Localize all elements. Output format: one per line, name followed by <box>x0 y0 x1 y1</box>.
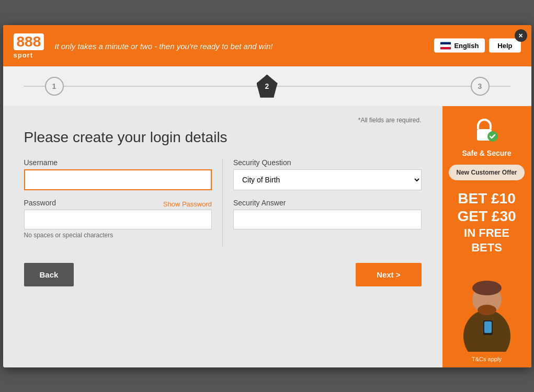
header-tagline: It only takes a minute or two - then you… <box>54 42 272 51</box>
logo-888: 888 <box>14 33 44 50</box>
steps-container: 1 2 3 <box>24 75 510 98</box>
tc-text: T&Cs apply <box>472 356 502 362</box>
svg-point-4 <box>472 281 502 295</box>
username-label: Username <box>24 158 212 167</box>
show-password-link[interactable]: Show Password <box>163 200 212 208</box>
safe-secure-icon <box>473 118 500 145</box>
person-illustration <box>453 258 521 352</box>
step-1: 1 <box>45 77 64 96</box>
form-columns: Username Password Show Password No space… <box>24 158 422 247</box>
security-answer-label: Security Answer <box>233 199 422 207</box>
required-note: *All fields are required. <box>24 117 422 124</box>
header-right: English Help <box>434 39 520 53</box>
modal: × 888 sport It only takes a minute or tw… <box>3 25 531 367</box>
new-customer-button[interactable]: New Customer Offer <box>449 165 524 180</box>
promo-bet: BET £10 <box>457 191 516 207</box>
steps-bar: 1 2 3 <box>3 66 531 106</box>
form-title: Please create your login details <box>24 129 422 146</box>
logo-sport: sport <box>14 51 33 59</box>
step-2-active: 2 <box>257 75 278 98</box>
modal-overlay: × 888 sport It only takes a minute or tw… <box>0 0 534 392</box>
security-answer-input[interactable] <box>233 210 422 229</box>
flag-icon <box>440 42 451 49</box>
sidebar: Safe & Secure New Customer Offer BET £10… <box>442 106 531 367</box>
content-area: *All fields are required. Please create … <box>3 106 531 367</box>
svg-rect-7 <box>484 321 492 333</box>
form-col-left: Username Password Show Password No space… <box>24 158 212 247</box>
promo-free2: BETS <box>457 241 516 254</box>
password-input[interactable] <box>24 210 212 229</box>
password-label: Password <box>24 199 56 207</box>
form-section: *All fields are required. Please create … <box>3 106 442 367</box>
username-input[interactable] <box>24 169 212 190</box>
promo-free1: IN FREE <box>457 227 516 239</box>
security-question-label: Security Question <box>233 158 422 167</box>
lang-label: English <box>454 42 479 50</box>
help-button[interactable]: Help <box>489 39 520 53</box>
secure-badge: Safe & Secure <box>462 117 511 157</box>
svg-point-5 <box>478 305 496 315</box>
close-button[interactable]: × <box>515 29 527 42</box>
security-answer-group: Security Answer <box>233 199 422 229</box>
step-3: 3 <box>471 77 490 96</box>
password-hint: No spaces or special characters <box>24 232 212 239</box>
password-group: Password Show Password No spaces or spec… <box>24 199 212 239</box>
secure-text: Safe & Secure <box>462 149 511 157</box>
header: 888 sport It only takes a minute or two … <box>3 25 531 66</box>
username-group: Username <box>24 158 212 190</box>
language-button[interactable]: English <box>434 39 485 53</box>
back-button[interactable]: Back <box>24 263 74 286</box>
lock-icon-wrap <box>472 117 501 146</box>
security-question-select[interactable]: City of Birth Mother's Maiden Name First… <box>233 169 422 190</box>
form-col-right: Security Question City of Birth Mother's… <box>222 158 422 247</box>
promo-get: GET £30 <box>457 209 516 225</box>
logo-area: 888 sport <box>14 33 44 59</box>
next-button[interactable]: Next > <box>356 263 421 286</box>
security-question-group: Security Question City of Birth Mother's… <box>233 158 422 190</box>
